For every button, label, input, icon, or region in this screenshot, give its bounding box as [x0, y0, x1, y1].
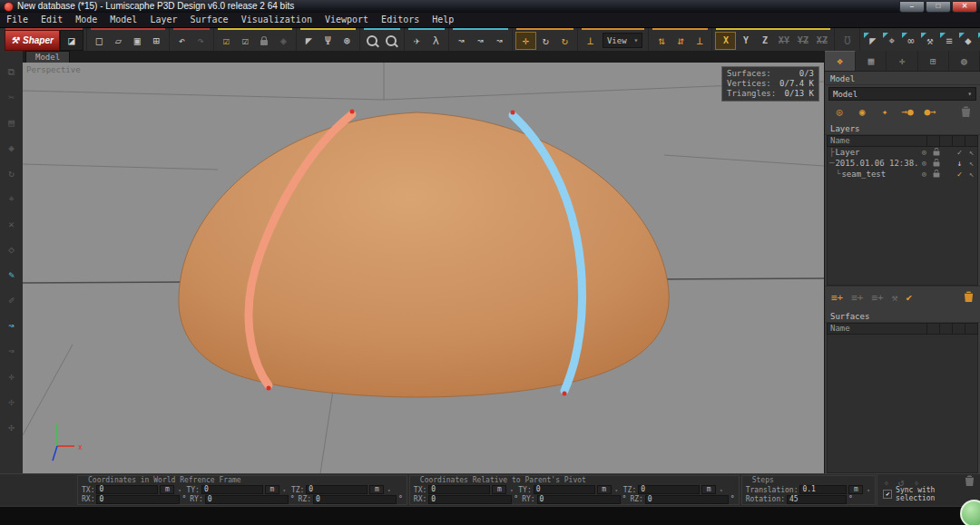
rail-move-plus-button[interactable]: ✛	[3, 368, 20, 385]
world-rx-input[interactable]: 0	[96, 495, 180, 504]
expand-arrow-icon[interactable]: ↓	[954, 158, 965, 169]
pick-filter-icon[interactable]: ↖	[965, 158, 977, 169]
export-node-button[interactable]: ●→	[920, 103, 940, 121]
surfaces-name-header[interactable]: Name	[828, 324, 926, 334]
eye-icon[interactable]: ⊙	[918, 158, 930, 169]
eye-icon[interactable]: ⊙	[918, 169, 930, 180]
list-editor-button[interactable]: ≡	[939, 32, 958, 49]
rotation-step-input[interactable]: 45	[787, 495, 847, 504]
tab-transform[interactable]: ✛	[887, 51, 917, 71]
parent-ry-input[interactable]: 0	[537, 495, 621, 504]
view-mode-dropdown[interactable]: View ▾	[603, 33, 643, 48]
active-check-icon[interactable]: ✓	[954, 147, 965, 158]
rail-paste-button[interactable]: ▤	[3, 114, 20, 131]
translate-tool-button[interactable]: ✛	[515, 32, 536, 50]
world-tz-unit[interactable]: m	[369, 485, 384, 494]
hierarchy-align-button[interactable]: ⊥	[690, 32, 709, 49]
unit-dropdown-icon[interactable]: ▾	[386, 487, 392, 493]
rail-rotate-button[interactable]: ↻	[3, 165, 20, 182]
add-layer-button[interactable]: ≡+	[831, 292, 843, 304]
rail-duplicate-button[interactable]: ⧉	[3, 63, 20, 81]
pick-filter-icon[interactable]: ↖	[965, 147, 977, 158]
menu-editors[interactable]: Editors	[375, 13, 426, 27]
tag-button[interactable]: ◆	[958, 32, 977, 49]
undo-button[interactable]: ↶	[172, 32, 191, 49]
viewport-canvas[interactable]: Perspective Surfaces:0/3 Vertices:0/7.4 …	[23, 63, 824, 473]
render-teapot-button[interactable]: Ʊ	[838, 32, 857, 49]
visibility-sets-button[interactable]: ∞	[901, 32, 920, 49]
menu-viewport[interactable]: Viewport	[318, 13, 375, 27]
translation-step-unit[interactable]: m	[848, 485, 863, 494]
cursor-tool-button[interactable]: ◤	[299, 32, 318, 49]
plane-xz-toggle[interactable]: XZ	[812, 32, 831, 49]
maximize-button[interactable]: □	[926, 1, 951, 13]
zoom-button[interactable]	[363, 32, 382, 49]
world-ty-unit[interactable]: m	[265, 485, 279, 494]
tab-model-shapes[interactable]: ❖	[825, 51, 856, 71]
focus-double-button[interactable]: ◉	[852, 103, 872, 121]
select-marquee-alt-button[interactable]: ☑	[236, 32, 255, 49]
walk-mode-button[interactable]: λ	[426, 32, 446, 49]
duplicate-layer-button[interactable]: ≡+	[872, 292, 884, 304]
pivot-button[interactable]: ◈	[274, 32, 293, 49]
rail-pivot-button[interactable]: ◈	[3, 140, 20, 157]
axis-x-toggle[interactable]: X	[715, 32, 736, 50]
translation-step-input[interactable]: 0.1	[799, 485, 847, 494]
menu-layer[interactable]: Layer	[143, 13, 183, 27]
rail-brush-button[interactable]: ↝	[3, 317, 20, 335]
parent-tx-unit[interactable]: m	[492, 485, 506, 494]
minimize-button[interactable]: –	[899, 1, 925, 13]
axis-z-toggle[interactable]: Z	[755, 32, 774, 49]
camera-path-lock-button[interactable]: ↝	[471, 32, 490, 49]
layer-row[interactable]: ├Layer ⊙ ✓ ↖	[828, 147, 977, 158]
tab-hierarchy[interactable]: ⊞	[918, 51, 949, 71]
rail-move-arrows-button[interactable]: ✣	[3, 419, 20, 436]
layer-tools-button[interactable]: ⚒	[892, 292, 898, 304]
tab-materials[interactable]: ▦	[856, 51, 887, 71]
unit-dropdown-icon[interactable]: ▾	[281, 487, 288, 493]
snap-hierarchy-button[interactable]: ⊥	[581, 32, 600, 49]
parent-rz-input[interactable]: 0	[645, 495, 729, 504]
tool-options-button[interactable]: ⚒	[920, 32, 939, 49]
layer-row[interactable]: └seam_test ⊙ ✓ ↖	[828, 169, 977, 180]
lock-icon[interactable]	[930, 169, 942, 180]
pick-filter-icon[interactable]: ↖	[965, 169, 977, 180]
rail-target-button[interactable]: ⌖	[3, 190, 20, 208]
axis-y-toggle[interactable]: Y	[736, 32, 755, 49]
world-tx-input[interactable]: 0	[96, 485, 158, 494]
sensor-button[interactable]: ✦	[875, 103, 895, 121]
rail-pen-button[interactable]: ✎	[3, 267, 20, 284]
layer-row[interactable]: ─2015.01.06 12:38... ⊙ ↓ ↖	[828, 158, 977, 169]
unit-dropdown-icon[interactable]: ▾	[613, 487, 620, 493]
active-check-icon[interactable]: ✓	[954, 169, 965, 180]
hierarchy-up-button[interactable]: ⇅	[652, 32, 671, 49]
world-rz-input[interactable]: 0	[313, 495, 397, 504]
menu-edit[interactable]: Edit	[34, 13, 69, 27]
fly-mode-button[interactable]: ✈	[407, 32, 426, 49]
rail-diamond-button[interactable]: ◇	[3, 241, 20, 258]
menu-file[interactable]: File	[0, 13, 34, 27]
transform-diamond-icon[interactable]: ✧	[883, 477, 889, 489]
unit-dropdown-icon[interactable]: ▾	[718, 487, 724, 493]
parent-ty-input[interactable]: 0	[534, 485, 595, 494]
parent-rx-input[interactable]: 0	[428, 495, 512, 504]
world-tz-input[interactable]: 0	[306, 485, 368, 494]
layers-name-header[interactable]: Name	[828, 136, 926, 146]
select-marquee-button[interactable]: ☑	[217, 32, 236, 49]
redo-button[interactable]: ↷	[191, 32, 211, 49]
delete-model-button[interactable]	[956, 103, 975, 121]
eye-icon[interactable]: ⊙	[918, 147, 930, 158]
world-tx-unit[interactable]: m	[160, 485, 174, 494]
select-layers-button[interactable]: ✔	[906, 292, 912, 304]
parent-tz-input[interactable]: 0	[638, 485, 700, 494]
unit-dropdown-icon[interactable]: ▾	[508, 487, 514, 493]
menu-surface[interactable]: Surface	[184, 13, 235, 27]
lock-button[interactable]	[255, 32, 274, 49]
rotate-tool-button[interactable]: ↻	[536, 32, 555, 49]
paint-bucket-button[interactable]: ◪	[60, 30, 83, 51]
save-all-button[interactable]: ⊞	[147, 32, 166, 49]
unit-dropdown-icon[interactable]: ▾	[865, 487, 871, 493]
unit-dropdown-icon[interactable]: ▾	[176, 487, 182, 493]
shaper-button[interactable]: ⚒ Shaper	[5, 30, 60, 51]
pick-cursor-button[interactable]: ◤	[863, 32, 882, 49]
